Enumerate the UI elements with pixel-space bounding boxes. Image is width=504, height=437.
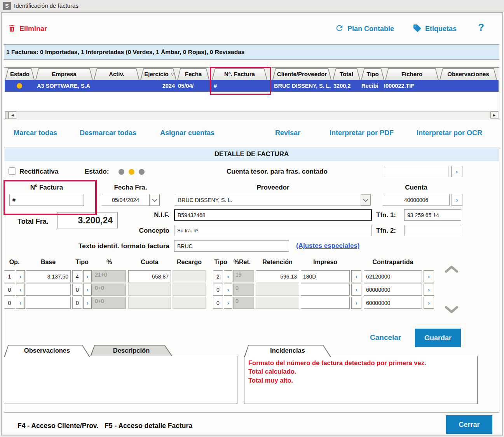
fecha-dropdown-button[interactable] [149,194,160,206]
op-lookup-button[interactable]: › [16,297,25,309]
column-header-num-factura[interactable]: Nº. Factura [212,68,267,80]
tfn1-input[interactable]: 93 259 65 14 [404,209,461,221]
cuenta-tesor-input[interactable] [384,166,448,177]
scroll-up-button[interactable] [443,265,460,273]
cuota-input[interactable]: 658,87 [128,270,171,282]
chevron-right-icon: › [227,273,229,280]
scrollbar-gripper[interactable] [5,111,9,119]
impreso-lookup-button[interactable]: › [351,284,361,296]
tipo2-lookup-button[interactable]: › [224,270,232,282]
tfn2-input[interactable] [404,225,461,236]
column-header-ejercicio[interactable]: Ejercicio▽ [140,68,176,80]
base-input[interactable] [26,297,71,309]
revisar-link[interactable]: Revisar [275,129,300,137]
scroll-down-button[interactable] [443,305,460,314]
cerrar-button[interactable]: Cerrar [446,415,492,434]
column-header-fecha[interactable]: Fecha [177,68,209,80]
horizontal-scrollbar[interactable]: ◀ ▶ [5,111,499,119]
tipo-input[interactable]: 0 [72,297,82,309]
tipo-lookup-button[interactable]: › [83,297,92,309]
guardar-button[interactable]: Guardar [415,329,461,347]
tipo2-input[interactable]: 2 [213,270,223,282]
tipo2-lookup-button[interactable]: › [224,297,232,309]
base-input[interactable]: 3.137,50 [26,270,71,282]
interpretar-pdf-link[interactable]: Interpretar por PDF [330,129,394,137]
contrapartida-input[interactable]: 60000000 [364,284,422,296]
impreso-input[interactable]: 180D [301,270,350,282]
table-row[interactable]: A3 SOFTWARE, S.A 2024 05/04/ # BRUC DISS… [5,80,499,92]
tipo-input[interactable]: 0 [72,284,82,296]
num-factura-input[interactable]: # [9,194,84,206]
column-header-estado[interactable]: Estado [5,68,35,80]
op-lookup-button[interactable]: › [16,270,25,282]
tipo-lookup-button[interactable]: › [83,270,92,282]
scroll-right-button[interactable]: ▶ [490,111,498,119]
cuenta-tesor-lookup-button[interactable]: › [451,166,462,177]
marcar-todas-link[interactable]: Marcar todas [14,129,57,137]
cancelar-button[interactable]: Cancelar [370,333,401,342]
eliminar-button[interactable]: Eliminar [8,23,47,35]
plan-contable-button[interactable]: Plan Contable [335,24,394,34]
scroll-right-icon: ▶ [493,113,495,117]
contrapartida-lookup-button[interactable]: › [424,270,434,282]
tipo2-input[interactable]: 0 [213,297,223,309]
proveedor-dropdown-button[interactable] [361,194,370,205]
base-input[interactable] [26,284,71,296]
estado-dot-amber [129,169,134,175]
retencion-cell [256,284,299,296]
rectificativa-checkbox[interactable] [9,167,16,175]
texto-identif-input[interactable]: BRUC [174,240,289,252]
column-header-total[interactable]: Total [333,68,360,80]
interpretar-ocr-link[interactable]: Interpretar por OCR [417,129,482,137]
tipo2-input[interactable]: 0 [213,284,223,296]
contrapartida-input[interactable]: 62120000 [364,270,422,282]
total-fra-label: Total Fra. [17,218,49,226]
fecha-fra-input[interactable]: 05/04/2024 [102,194,149,206]
incidencia-line: Total calculado. [248,367,473,376]
concepto-input[interactable]: Su fra. nº [174,225,372,236]
tipo-input[interactable]: 4 [72,270,82,282]
column-header-tipo[interactable]: Tipo [361,68,384,80]
chevron-right-icon: › [227,300,229,306]
scroll-left-button[interactable]: ◀ [9,111,16,119]
window-title: Identificación de facturas [14,2,78,9]
cuenta-lookup-button[interactable]: › [452,194,462,206]
help-button[interactable]: ? [478,21,484,33]
contrapartida-lookup-button[interactable]: › [424,284,434,296]
incidencias-panel: Formato del número de factura detectado … [244,356,478,404]
column-header-observaciones[interactable]: Observaciones [439,68,497,80]
op-lookup-button[interactable]: › [16,284,25,296]
trash-icon [8,23,16,35]
op-input[interactable]: 0 [4,297,15,309]
column-header-fichero[interactable]: Fichero [385,68,439,80]
chevron-right-icon: › [227,287,229,293]
impreso-lookup-button[interactable]: › [351,297,361,309]
impreso-input[interactable] [301,297,350,309]
column-header-activ[interactable]: Activ. [94,68,140,80]
rectificativa-label: Rectificativa [19,168,58,176]
contrapartida-lookup-button[interactable]: › [424,297,434,309]
tipo-lookup-button[interactable]: › [83,284,92,296]
ajustes-especiales-link[interactable]: (Ajustes especiales) [296,242,359,250]
column-header-empresa[interactable]: Empresa [35,68,93,80]
op-input[interactable]: 1 [4,270,15,282]
tipo2-lookup-button[interactable]: › [224,284,232,296]
nif-input[interactable]: B59432468 [174,209,372,221]
pct-cell: 0+0 [92,284,126,296]
observaciones-textarea[interactable] [4,356,237,404]
impreso-lookup-button[interactable]: › [351,270,361,282]
impreso-input[interactable] [301,284,350,296]
desmarcar-todas-link[interactable]: Desmarcar todas [80,129,136,137]
tab-descripcion[interactable]: Descripción [90,345,173,356]
chevron-right-icon: › [87,300,89,306]
asignar-cuentas-link[interactable]: Asignar cuentas [160,129,215,137]
contrapartida-input[interactable]: 60000000 [364,297,422,309]
retencion-input[interactable]: 596,13 [256,270,299,282]
tab-incidencias[interactable]: Incidencias [244,345,331,357]
op-input[interactable]: 0 [4,284,15,296]
etiquetas-button[interactable]: Etiquetas [413,24,457,34]
column-header-cliente-proveedor[interactable]: Cliente/Proveedor [272,68,331,80]
proveedor-select[interactable]: BRUC DISSENY, S. L. [175,194,371,206]
tab-observaciones[interactable]: Observaciones [4,345,90,357]
cuenta-input[interactable]: 40000006 [383,194,450,206]
